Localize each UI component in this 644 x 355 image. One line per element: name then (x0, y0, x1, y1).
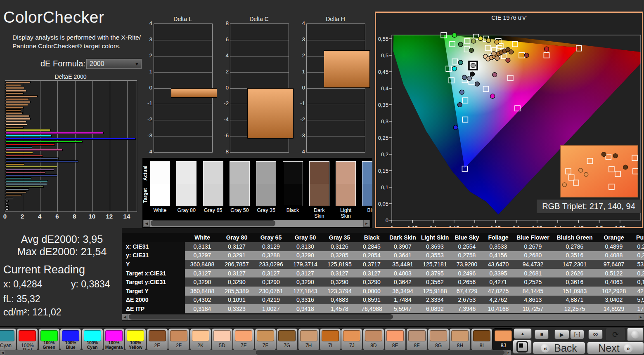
delta-chart-title: Delta L (154, 16, 212, 22)
patch-tile-7g[interactable]: 7G (276, 328, 298, 351)
scroll-left-icon[interactable]: ◀ (0, 350, 5, 355)
patch-tile-7h[interactable]: 7H (298, 328, 320, 351)
stop-button[interactable]: ■ (535, 329, 549, 339)
swatch-label: Gray 80 (176, 207, 197, 213)
table-cell: 0,3131 (185, 242, 220, 251)
deltae-bar (5, 200, 9, 202)
patch-tile-label: 8J (493, 343, 514, 348)
scroll-left-icon[interactable]: ◀ (122, 314, 128, 320)
cie-measured-point (486, 38, 491, 43)
table-cell: 53,1 (630, 260, 644, 269)
patch-tile-cyan[interactable]: Cyan (0, 328, 17, 351)
disc-button[interactable] (627, 328, 644, 341)
actual-label: Actual (142, 161, 149, 185)
table-cell: 5,99 (630, 296, 644, 305)
swatch-label: Light Skin (336, 207, 356, 219)
swatch-target (177, 184, 196, 206)
table-scroll-track[interactable] (128, 314, 638, 320)
patch-tile-8d[interactable]: 8D (363, 328, 384, 351)
cie-diagram-panel: 00,050,10,150,20,250,30,350,40,450,50,55… (375, 12, 643, 228)
swatch-scrollbar[interactable]: ◀ ► (143, 220, 370, 227)
table-cell: 0,4088 (597, 251, 630, 260)
de-formula-dropdown[interactable]: 2000 ▼ (86, 59, 142, 69)
patch-tile-8h[interactable]: 8H (449, 328, 471, 351)
table-row: y: CIE310,32970,32910,32880,32900,32850,… (122, 251, 644, 260)
scroll-right-icon[interactable]: ► (506, 350, 511, 355)
table-cell: 0,3285 (322, 251, 357, 260)
patch-tile-label: 8G (428, 343, 449, 348)
range-button[interactable]: [··] (570, 329, 584, 339)
patch-tile-8f[interactable]: 8F (406, 328, 428, 351)
back-chevron-icon: « (541, 343, 550, 353)
table-cell: 5,5947 (387, 304, 419, 313)
patch-tile-7j[interactable]: 7J (341, 328, 362, 351)
patch-tile-8g[interactable]: 8G (428, 328, 449, 351)
patch-tile-2f[interactable]: 2F (168, 328, 189, 351)
delta-chart-title: Delta C (230, 16, 288, 22)
next-button[interactable]: Next » (587, 342, 644, 354)
collapse-button[interactable]: ▲ (514, 328, 532, 339)
scroll-left-icon[interactable]: ◀ (143, 220, 150, 227)
patch-color-chip (300, 330, 317, 341)
patch-color-chip (430, 330, 447, 341)
deltae-bar (5, 143, 55, 146)
patch-tile-100-cyan[interactable]: 100%Cyan (82, 328, 103, 351)
patch-tile-100-magenta[interactable]: 100%Magenta (103, 328, 125, 351)
patch-tile-label: 2F (168, 343, 189, 348)
swatch-label: Black (283, 207, 303, 213)
swatch-dark-skin (309, 161, 329, 206)
back-button[interactable]: « Back (533, 342, 585, 354)
deltae2000-chart: DeltaE 2000 02468101214 (4, 73, 144, 222)
patch-strip-scrollbar[interactable]: ◀ ► (0, 350, 511, 355)
swatch-label: Gray 35 (256, 207, 276, 213)
patch-tile-7i[interactable]: 7I (320, 328, 341, 351)
table-cell: 0,3127 (357, 269, 387, 278)
table-cell: 0,4003 (387, 269, 419, 278)
patch-tile-2e[interactable]: 2E (147, 328, 168, 351)
patch-color-chip (40, 330, 58, 341)
table-cell: 0,2854 (357, 251, 387, 260)
loop-button[interactable]: ∞ (588, 329, 603, 339)
patch-tile-2k[interactable]: 2K (190, 328, 211, 351)
deltae-bar (5, 174, 57, 176)
patch-tile-100-red[interactable]: 100% Red (17, 328, 38, 351)
patch-tile-100-green[interactable]: 100%Green (38, 328, 60, 351)
table-cell: 14,8929 (597, 304, 630, 313)
table-cell: 0,3129 (254, 242, 288, 251)
swatch-white (150, 161, 170, 206)
x-tick-label: 10 (87, 213, 97, 220)
patch-color-chip (386, 330, 404, 341)
patch-scroll-track[interactable] (5, 350, 506, 355)
table-cell: 0,4156 (483, 251, 514, 260)
table-cell: 125,8195 (322, 260, 357, 269)
cie-title: CIE 1976 u'v' (491, 14, 527, 21)
scroll-right-icon[interactable]: ► (363, 220, 370, 227)
patch-tile-8i[interactable]: 8I (471, 328, 492, 351)
scroll-right-icon[interactable]: ► (638, 314, 644, 320)
patch-tile-100-yellow[interactable]: 100%Yellow (125, 328, 146, 351)
patch-tile-5d[interactable]: 5D (211, 328, 233, 351)
patch-tile-7e[interactable]: 7E (233, 328, 254, 351)
back-label: Back (554, 342, 577, 354)
swatch-scroll-track[interactable] (150, 220, 363, 227)
table-cell: 0,3290 (288, 277, 322, 287)
swatch-scroll-handle[interactable] (151, 220, 275, 226)
patch-tile-100-blue[interactable]: 100%Blue (60, 328, 81, 351)
cie-measured-point (495, 56, 500, 61)
marker-mode-button[interactable] (513, 340, 532, 354)
svg-text:0: 0 (390, 225, 393, 227)
patch-scroll-handle[interactable] (256, 350, 504, 355)
patch-tile-8e[interactable]: 8E (384, 328, 406, 351)
refresh-button[interactable]: ⟳ (606, 328, 625, 341)
table-row: ΔE ITP0,31840,33231,00270,94181,457876,4… (122, 304, 644, 313)
play-button[interactable]: ▶ (554, 329, 569, 339)
table-row: Target Y360,8488285,5389230,0761177,1843… (122, 287, 644, 296)
patch-tile-7f[interactable]: 7F (255, 328, 276, 351)
table-cell: 0,3533 (483, 242, 514, 251)
row-label: Target Y (122, 287, 185, 296)
gridline (307, 40, 365, 40)
patch-tile-8j[interactable]: 8J (492, 328, 514, 351)
row-label: Target y:CIE31 (122, 277, 185, 287)
table-scrollbar[interactable]: ◀ ► (122, 314, 644, 320)
table-scroll-handle[interactable] (129, 314, 393, 320)
